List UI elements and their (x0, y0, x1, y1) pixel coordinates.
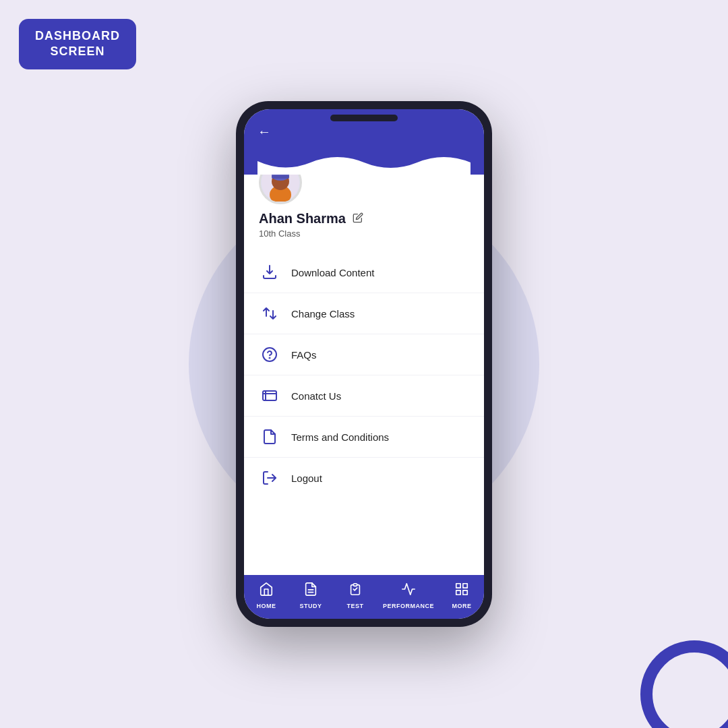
svg-point-6 (270, 358, 270, 359)
performance-icon (401, 582, 416, 600)
dashboard-screen-label: DASHBOARD SCREEN (19, 19, 136, 69)
home-nav-label: HOME (256, 603, 276, 609)
corner-arc-decoration (640, 640, 728, 728)
menu-item-contact-us[interactable]: Conatct Us (244, 375, 484, 417)
more-nav-label: MORE (452, 603, 471, 609)
edit-profile-icon[interactable] (353, 212, 363, 225)
menu-list: Download Content Change Class (244, 245, 484, 575)
bottom-navigation: HOME STUDY (244, 575, 484, 619)
change-class-label: Change Class (291, 308, 355, 320)
user-class: 10th Class (259, 229, 469, 239)
svg-rect-17 (463, 590, 467, 595)
change-class-icon (260, 304, 279, 323)
terms-conditions-icon (260, 427, 279, 446)
nav-item-home[interactable]: HOME (249, 582, 283, 609)
svg-rect-4 (272, 175, 289, 179)
study-nav-label: STUDY (299, 603, 322, 609)
profile-section: Ahan Sharma 10th Class (244, 175, 484, 245)
study-icon (303, 582, 318, 600)
menu-item-terms-conditions[interactable]: Terms and Conditions (244, 417, 484, 458)
test-nav-label: TEST (346, 603, 363, 609)
test-icon (348, 582, 363, 600)
svg-rect-16 (456, 590, 460, 595)
download-content-label: Download Content (291, 267, 374, 278)
menu-item-faqs[interactable]: FAQs (244, 334, 484, 375)
wave-divider (257, 148, 471, 175)
performance-nav-label: PERFORMANCE (383, 603, 434, 609)
user-name-row: Ahan Sharma (259, 211, 469, 226)
download-content-icon (260, 263, 279, 282)
nav-item-more[interactable]: MORE (445, 582, 479, 609)
contact-us-icon (260, 386, 279, 405)
phone-body: ← (236, 101, 492, 627)
nav-item-test[interactable]: TEST (338, 582, 372, 609)
user-name: Ahan Sharma (259, 211, 346, 226)
home-icon (259, 582, 274, 600)
nav-item-study[interactable]: STUDY (294, 582, 328, 609)
more-icon (454, 582, 469, 600)
back-button[interactable]: ← (257, 124, 271, 148)
phone-notch (330, 115, 398, 121)
faqs-icon (260, 345, 279, 364)
logout-icon (260, 468, 279, 487)
svg-rect-13 (353, 584, 357, 586)
menu-item-change-class[interactable]: Change Class (244, 293, 484, 334)
menu-item-download-content[interactable]: Download Content (244, 252, 484, 293)
nav-item-performance[interactable]: PERFORMANCE (383, 582, 434, 609)
phone-frame: ← (236, 101, 492, 627)
faqs-label: FAQs (291, 349, 317, 361)
svg-rect-14 (456, 584, 460, 588)
contact-us-label: Conatct Us (291, 390, 341, 402)
svg-rect-15 (463, 584, 467, 588)
terms-conditions-label: Terms and Conditions (291, 431, 389, 443)
logout-label: Logout (291, 473, 322, 484)
phone-screen: ← (244, 109, 484, 619)
menu-item-logout[interactable]: Logout (244, 458, 484, 498)
